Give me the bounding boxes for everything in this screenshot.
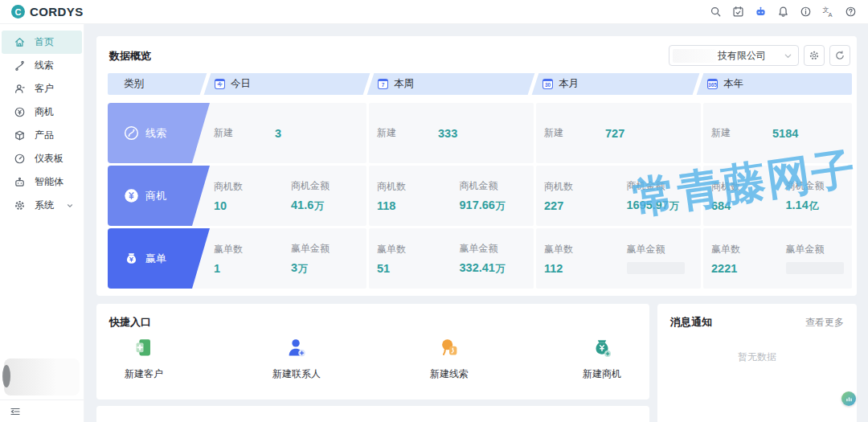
- stat-value: 5184: [772, 127, 798, 140]
- notifications-panel: 消息通知 查看更多 暂无数据: [657, 304, 857, 422]
- translate-icon[interactable]: 文A: [822, 6, 834, 18]
- stat: 新建5184: [703, 126, 852, 140]
- stat-key: 赢单数: [711, 243, 778, 256]
- stat: 赢单金额332.41万: [452, 242, 534, 276]
- opportunity-badge-icon: [124, 188, 139, 203]
- refresh-icon: [834, 50, 845, 61]
- quick-entry-title: 快捷入口: [109, 315, 151, 330]
- overview-row-opportunity: 商机商机数10商机金额41.6万商机数118商机金额917.66万商机数227商…: [108, 166, 852, 226]
- overview-header-row: 类别今今日7本周30本月365本年: [108, 73, 852, 95]
- overview-row-win: 赢单赢单数1赢单金额3万赢单数51赢单金额332.41万赢单数112赢单金额赢单…: [108, 228, 852, 289]
- overview-cell: 商机数684商机金额1.14亿: [703, 166, 852, 226]
- sidebar-item-leads[interactable]: 线索: [2, 54, 82, 77]
- stat: 商机数118: [369, 180, 452, 212]
- system-icon: [14, 199, 26, 211]
- sidebar-item-label: 系统: [35, 199, 54, 212]
- stat: 赢单数2221: [703, 243, 778, 275]
- stat: 赢单数112: [536, 243, 619, 275]
- new-contact-icon: [285, 336, 309, 360]
- user-profile-redacted[interactable]: [4, 358, 80, 395]
- app-logo: C CORDYS: [11, 5, 84, 18]
- overview-table-body: 线索新建3新建333新建727新建5184商机商机数10商机金额41.6万商机数…: [108, 103, 852, 291]
- company-select-value: 技有限公司: [718, 49, 766, 63]
- view-more-link[interactable]: 查看更多: [805, 316, 844, 330]
- stat: 新建333: [369, 126, 534, 140]
- sidebar-item-system[interactable]: 系统: [2, 194, 82, 217]
- top-bar: C CORDYS 文A: [0, 0, 868, 24]
- quick-entry-new-customer[interactable]: 新建客户: [119, 336, 169, 381]
- stat-key: 赢单金额: [291, 242, 366, 256]
- calendar-icon[interactable]: [732, 6, 744, 18]
- calendar-chip-icon: 今: [215, 79, 225, 89]
- row-category-text: 商机: [145, 189, 166, 203]
- new-opportunity-icon: [590, 336, 614, 360]
- quick-entry-new-opportunity[interactable]: 新建商机: [577, 336, 627, 381]
- column-header-label: 本年: [723, 77, 743, 91]
- stat-value: 41.6万: [291, 199, 366, 213]
- stat-key: 赢单金额: [627, 243, 702, 256]
- help-icon[interactable]: [845, 6, 857, 18]
- win-badge-icon: [124, 251, 139, 266]
- column-header: 今今日: [203, 73, 366, 95]
- stat-key: 赢单金额: [460, 242, 534, 256]
- logo-text: CORDYS: [30, 5, 84, 18]
- company-name-redacted: [673, 49, 716, 63]
- sidebar-item-agent[interactable]: 智能体: [2, 170, 82, 194]
- bottom-partial-panel: [96, 406, 649, 422]
- stat-key: 商机金额: [627, 179, 702, 193]
- stat-value: 684: [711, 199, 778, 212]
- settings-button[interactable]: [804, 45, 825, 66]
- info-icon[interactable]: [800, 6, 812, 18]
- collapse-sidebar-icon[interactable]: [10, 406, 21, 417]
- overview-row-leads: 线索新建3新建333新建727新建5184: [108, 103, 852, 163]
- search-icon[interactable]: [710, 6, 722, 18]
- stat-key: 商机金额: [291, 179, 366, 193]
- overview-cell: 新建333: [369, 103, 534, 163]
- column-header: 类别: [108, 73, 203, 95]
- mini-chart-icon: [845, 395, 854, 404]
- stat-key: 商机金额: [786, 179, 853, 193]
- stat-key: 新建: [214, 126, 233, 140]
- dashboard-icon: [14, 153, 26, 165]
- column-header: 365本年: [696, 73, 852, 95]
- stat-value: 332.41万: [460, 261, 534, 276]
- stat-key: 新建: [377, 126, 396, 140]
- sidebar-item-dashboard[interactable]: 仪表板: [2, 147, 82, 170]
- svg-text:A: A: [829, 11, 833, 18]
- sidebar-item-label: 智能体: [35, 175, 63, 189]
- stat: 商机金额41.6万: [289, 179, 366, 213]
- row-category-label: 线索: [108, 103, 210, 163]
- sidebar-item-opportunity[interactable]: 商机: [2, 100, 82, 124]
- stat-value: 1.14亿: [786, 199, 853, 213]
- stat-value: 3: [275, 127, 281, 140]
- sidebar-item-label: 仪表板: [35, 152, 63, 166]
- overview-cell: 新建5184: [703, 103, 852, 163]
- sidebar-item-product[interactable]: 产品: [2, 124, 82, 147]
- ai-robot-icon[interactable]: [755, 6, 767, 18]
- stat: 新建727: [536, 126, 701, 140]
- bell-icon[interactable]: [777, 6, 789, 18]
- stat-value: 917.66万: [460, 199, 534, 213]
- stat-key: 商机金额: [460, 179, 534, 193]
- leads-badge-icon: [124, 125, 139, 141]
- assistant-float-button[interactable]: [841, 391, 856, 406]
- quick-entry-items: 新建客户新建联系人新建线索新建商机: [96, 336, 649, 381]
- main-content: 数据概览 技有限公司 类别今今日7本周30本月365本年 线索新建3新建333新…: [84, 24, 868, 422]
- quick-entry-label: 新建线索: [430, 367, 469, 381]
- quick-entry-new-contact[interactable]: 新建联系人: [272, 336, 321, 381]
- calendar-chip-icon: 30: [542, 79, 553, 89]
- stat: 商机金额917.66万: [452, 179, 534, 213]
- sidebar-item-customer[interactable]: 客户: [2, 77, 82, 100]
- topbar-icons: 文A: [710, 6, 857, 18]
- row-category-text: 线索: [145, 126, 166, 141]
- row-category-label: 商机: [108, 166, 210, 226]
- company-select[interactable]: 技有限公司: [669, 45, 799, 66]
- customer-icon: [14, 83, 26, 95]
- refresh-button[interactable]: [829, 45, 850, 66]
- stat-key: 商机数: [214, 180, 289, 194]
- leads-icon: [14, 59, 26, 72]
- column-header-label: 本月: [559, 77, 579, 91]
- quick-entry-new-lead[interactable]: 新建线索: [424, 336, 474, 381]
- sidebar-item-home[interactable]: 首页: [2, 31, 82, 54]
- empty-state-text: 暂无数据: [657, 350, 857, 364]
